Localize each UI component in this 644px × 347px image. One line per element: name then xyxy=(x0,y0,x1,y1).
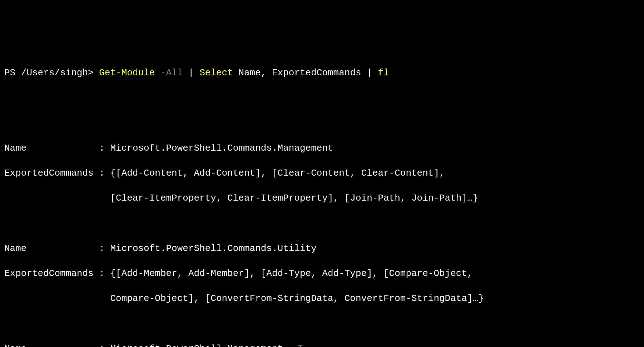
output-line: [Clear-ItemProperty, Clear-ItemProperty]… xyxy=(4,192,640,205)
pipe-2: | xyxy=(367,67,378,78)
module-name: Microsoft.PowerShell.Commands.Utility xyxy=(110,243,316,254)
output-line: Name : Microsoft.PowerShell.Commands.Man… xyxy=(4,142,640,155)
prompt-prefix: PS /Users/singh> xyxy=(4,67,99,78)
name-label: Name xyxy=(4,143,26,154)
command-select: Select xyxy=(199,67,233,78)
terminal-output[interactable]: PS /Users/singh> Get-Module -All | Selec… xyxy=(4,54,640,347)
exported-commands: Compare-Object], [ConvertFrom-StringData… xyxy=(110,293,484,304)
output-line: Compare-Object], [ConvertFrom-StringData… xyxy=(4,292,640,305)
exported-label: ExportedCommands xyxy=(4,168,94,178)
exported-label: ExportedCommands xyxy=(4,268,94,279)
blank-line xyxy=(4,217,640,230)
command-fl: fl xyxy=(378,67,389,78)
blank-line xyxy=(4,117,640,130)
command-args: Name, ExportedCommands xyxy=(233,67,367,78)
text-cursor-icon: ⌶ xyxy=(297,343,303,347)
exported-commands: {[Add-Content, Add-Content], [Clear-Cont… xyxy=(110,168,445,178)
command-get-module: Get-Module xyxy=(99,67,155,78)
name-label: Name xyxy=(4,343,26,347)
blank-line xyxy=(4,317,640,330)
command-line[interactable]: PS /Users/singh> Get-Module -All | Selec… xyxy=(4,67,640,79)
module-name: Microsoft.PowerShell.Commands.Management xyxy=(110,143,333,154)
module-name: Microsoft.PowerShell.Management xyxy=(110,343,283,347)
output-line: ExportedCommands : {[Add-Member, Add-Mem… xyxy=(4,267,640,280)
exported-commands: {[Add-Member, Add-Member], [Add-Type, Ad… xyxy=(110,268,472,279)
blank-line xyxy=(4,92,640,105)
output-line: Name : Microsoft.PowerShell.Commands.Uti… xyxy=(4,242,640,255)
name-label: Name xyxy=(4,243,26,254)
exported-commands: [Clear-ItemProperty, Clear-ItemProperty]… xyxy=(110,193,478,203)
output-line: Name : Microsoft.PowerShell.Management⌶ xyxy=(4,343,640,347)
pipe-1: | xyxy=(188,67,199,78)
output-line: ExportedCommands : {[Add-Content, Add-Co… xyxy=(4,167,640,180)
command-flag-all: -All xyxy=(155,67,188,78)
